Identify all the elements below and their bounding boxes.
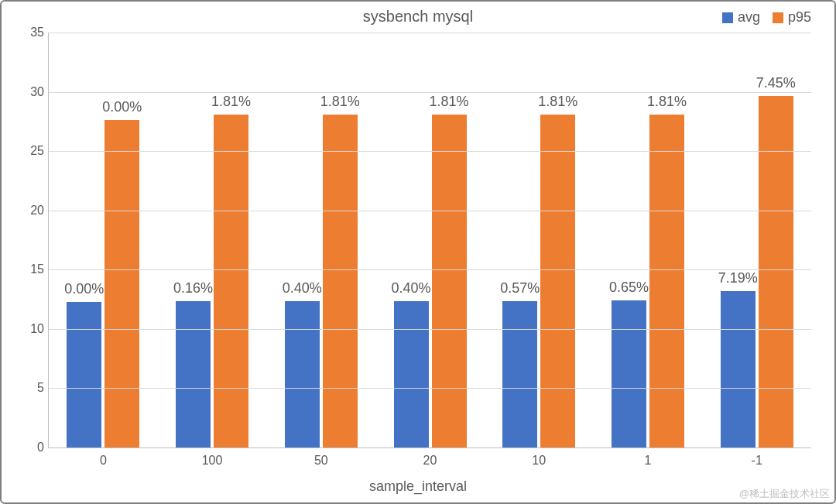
legend-swatch-avg [722, 12, 733, 23]
gridline [49, 269, 811, 270]
x-tick-label: 0 [49, 454, 158, 468]
x-tick-label: 20 [375, 454, 485, 468]
bar-fill [104, 120, 139, 447]
bar-p95: 1.81% [649, 115, 684, 447]
x-tick-label: 50 [266, 454, 375, 468]
bar-fill [176, 301, 211, 447]
bar-value-label: 7.45% [756, 75, 796, 91]
bar-columns: 0.00%0.00%00.16%1.81%1000.40%1.81%500.40… [49, 33, 811, 447]
bar-group: 0.40%1.81%50 [266, 33, 375, 447]
legend-swatch-p95 [773, 12, 783, 23]
legend: avg p95 [722, 9, 811, 26]
legend-label-avg: avg [738, 9, 760, 26]
bar-fill [721, 291, 755, 447]
y-tick-label: 20 [21, 204, 44, 218]
y-tick-label: 30 [21, 85, 44, 99]
bar-fill [214, 115, 248, 447]
legend-item-avg: avg [722, 9, 760, 26]
gridline [49, 33, 811, 33]
legend-item-p95: p95 [773, 9, 811, 26]
bar-value-label: 1.81% [538, 94, 577, 110]
bar-group: 0.40%1.81%20 [375, 33, 485, 447]
bar-value-label: 1.81% [647, 94, 687, 110]
bar-p95: 1.81% [432, 115, 467, 447]
bar-fill [540, 115, 575, 447]
bar-fill [285, 301, 320, 447]
bar-group: 0.57%1.81%10 [485, 33, 594, 447]
bar-value-label: 0.65% [609, 279, 649, 296]
bar-p95: 0.00% [104, 120, 139, 447]
x-tick-label: 1 [594, 454, 703, 468]
bar-p95: 7.45% [759, 96, 793, 447]
bar-value-label: 1.81% [320, 94, 360, 110]
bar-fill [432, 115, 467, 447]
bar-avg: 0.65% [612, 300, 646, 447]
bar-avg: 7.19% [721, 291, 755, 447]
x-tick-label: -1 [702, 454, 811, 468]
bar-p95: 1.81% [540, 115, 575, 447]
bar-group: 7.19%7.45%-1 [702, 33, 811, 447]
x-tick-label: 100 [158, 454, 267, 468]
bar-value-label: 1.81% [211, 94, 251, 110]
bar-group: 0.00%0.00%0 [49, 33, 158, 447]
x-tick-label: 10 [485, 454, 594, 468]
bar-avg: 0.00% [67, 302, 101, 447]
watermark-text: @稀土掘金技术社区 [739, 487, 830, 501]
bar-fill [67, 302, 101, 447]
bar-p95: 1.81% [323, 115, 358, 447]
bar-value-label: 0.40% [283, 280, 322, 297]
legend-label-p95: p95 [788, 9, 811, 26]
bar-fill [612, 300, 646, 447]
bar-avg: 0.40% [285, 301, 320, 447]
chart-title: sysbench mysql [2, 8, 834, 26]
bar-value-label: 7.19% [718, 270, 758, 286]
gridline [49, 151, 811, 152]
x-axis-label: sample_interval [2, 478, 834, 495]
bar-p95: 1.81% [214, 115, 248, 447]
y-tick-label: 0 [21, 441, 44, 454]
chart-frame: sysbench mysql avg p95 0.00%0.00%00.16%1… [0, 0, 836, 504]
bar-fill [649, 115, 684, 447]
gridline [49, 211, 811, 211]
gridline [49, 388, 811, 389]
bar-fill [323, 115, 358, 447]
y-tick-label: 10 [21, 322, 44, 336]
bar-avg: 0.40% [394, 301, 429, 447]
y-tick-label: 35 [21, 26, 44, 39]
bar-fill [502, 301, 537, 447]
bar-group: 0.65%1.81%1 [594, 33, 703, 447]
y-tick-label: 5 [21, 381, 44, 395]
bar-value-label: 0.57% [500, 280, 540, 297]
bar-value-label: 0.00% [102, 99, 142, 115]
bar-fill [759, 96, 793, 447]
y-tick-label: 15 [21, 262, 44, 276]
bar-avg: 0.16% [176, 301, 211, 447]
bar-avg: 0.57% [502, 301, 537, 447]
bar-value-label: 1.81% [429, 94, 468, 110]
bar-fill [394, 301, 429, 447]
gridline [49, 329, 811, 330]
plot-area: 0.00%0.00%00.16%1.81%1000.40%1.81%500.40… [48, 33, 811, 448]
bar-value-label: 0.00% [64, 281, 104, 297]
bar-value-label: 0.16% [173, 280, 213, 297]
bar-value-label: 0.40% [391, 280, 430, 297]
gridline [49, 92, 811, 93]
bar-group: 0.16%1.81%100 [158, 33, 267, 447]
y-tick-label: 25 [21, 144, 44, 158]
